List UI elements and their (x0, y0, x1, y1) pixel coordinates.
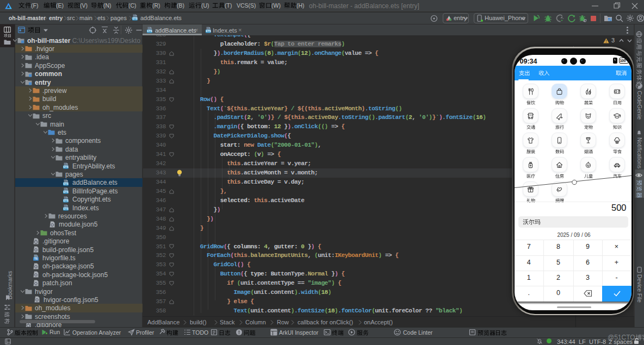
svg-text:ETS: ETS (147, 30, 152, 33)
svg-text:ETS: ETS (133, 17, 138, 20)
svg-text:ETS: ETS (64, 191, 69, 193)
svg-text:ETS: ETS (64, 199, 69, 202)
svg-text:ETS: ETS (206, 30, 211, 33)
svg-text:TS: TS (34, 258, 38, 261)
svg-text:ETS: ETS (64, 208, 69, 210)
svg-text:ETS: ETS (64, 183, 69, 185)
svg-text:ETS: ETS (64, 166, 69, 168)
